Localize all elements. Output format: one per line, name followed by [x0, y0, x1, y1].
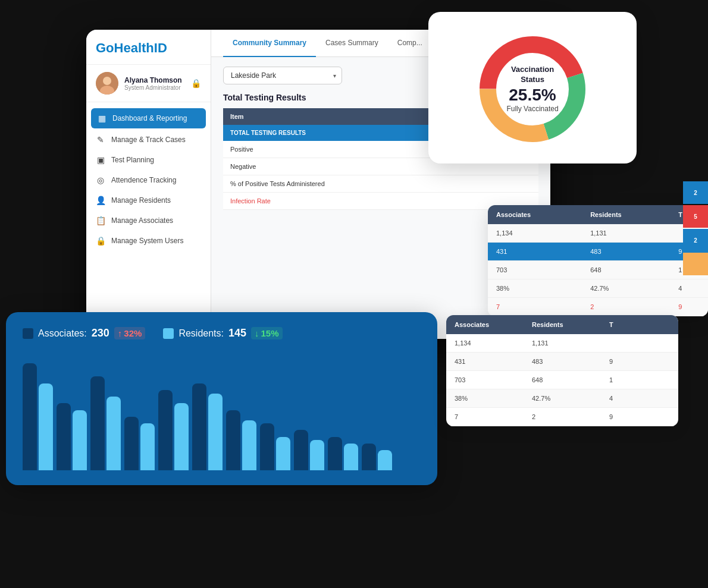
brt-row: 703 648 1: [446, 371, 678, 389]
bar-group: [260, 423, 290, 470]
strip-value-4: [683, 253, 708, 275]
brt-row: 38% 42.7% 4: [446, 389, 678, 408]
bar-group: [328, 437, 358, 470]
bar-dark: [124, 417, 139, 470]
sidebar-item-associates[interactable]: 📋 Manage Associates: [86, 210, 211, 231]
associates-icon: 📋: [96, 216, 105, 225]
right-table-panel: Associates Residents T 1,134 1,131 431 4…: [488, 205, 708, 316]
bar-light: [140, 423, 155, 470]
brt-row: 1,134 1,131: [446, 334, 678, 353]
strip-value-2: 5: [683, 205, 708, 228]
logo-suffix: HealthID: [114, 40, 167, 55]
bar-dark: [23, 363, 37, 470]
dashboard-icon: ▦: [97, 114, 106, 123]
rt-col-residents: Residents: [582, 205, 670, 224]
brt-col-total: T: [601, 315, 678, 334]
user-name: Alyana Thomson: [124, 76, 185, 84]
donut-center-text: Vaccination Status 25.5% Fully Vaccinate…: [503, 65, 562, 113]
associates-legend-label: Associates:: [38, 328, 87, 339]
bar-dark: [362, 444, 376, 470]
tab-cases-summary[interactable]: Cases Summary: [316, 30, 388, 57]
sidebar-item-system-users[interactable]: 🔒 Manage System Users: [86, 231, 211, 251]
bar-light: [73, 410, 87, 470]
residents-icon: 👤: [96, 196, 105, 205]
sidebar-item-label: Manage Residents: [111, 196, 171, 205]
table-row: % of Positive Tests Administered: [223, 175, 538, 193]
attendance-icon: ◎: [96, 175, 105, 185]
associates-count: 230: [92, 327, 109, 339]
bar-group: [23, 363, 53, 470]
right-table-body: 1,134 1,131 431 483 9 703 648 1 38% 42.7…: [488, 224, 708, 316]
bar-light: [208, 394, 223, 470]
brt-col-associates: Associates: [446, 315, 524, 334]
bar-group: [158, 390, 189, 470]
sidebar-item-cases[interactable]: ✎ Manage & Track Cases: [86, 130, 211, 150]
bar-group: [57, 403, 87, 470]
vaccination-title: Vaccination Status: [503, 65, 562, 85]
sidebar-nav: ▦ Dashboard & Reporting ✎ Manage & Track…: [86, 102, 211, 339]
bar-dark: [192, 383, 206, 470]
logo-prefix: Go: [96, 40, 114, 55]
table-row: 703 648 1: [488, 261, 708, 279]
user-role: System Administrator: [124, 84, 185, 91]
location-dropdown[interactable]: Lakeside Park: [223, 67, 342, 84]
associates-badge: ↑ 32%: [114, 327, 146, 339]
residents-count: 145: [228, 327, 246, 339]
sidebar-item-dashboard[interactable]: ▦ Dashboard & Reporting: [91, 108, 206, 128]
table-cell: % of Positive Tests Administered: [223, 175, 538, 193]
sidebar-item-label: Manage System Users: [111, 237, 183, 245]
sidebar-item-label: Attendence Tracking: [111, 176, 176, 184]
sidebar-item-label: Manage Associates: [111, 216, 173, 225]
bar-light: [310, 440, 324, 470]
table-row: 38% 42.7% 4: [488, 279, 708, 298]
bar-dark: [158, 390, 173, 470]
residents-legend: Residents: 145 ↓ 15%: [163, 327, 282, 339]
bar-light: [174, 403, 189, 470]
bar-light: [378, 450, 392, 470]
user-info: Alyana Thomson System Administrator: [124, 76, 185, 91]
residents-legend-label: Residents:: [178, 328, 224, 339]
brt-header: Associates Residents T: [446, 315, 678, 334]
bar-dark: [260, 423, 274, 470]
sidebar-item-test-planning[interactable]: ▣ Test Planning: [86, 150, 211, 170]
bar-light: [344, 444, 358, 470]
system-users-icon: 🔒: [96, 236, 105, 246]
bar-chart-legend: Associates: 230 ↑ 32% Residents: 145 ↓ 1…: [23, 327, 421, 339]
bar-group: [124, 417, 155, 470]
bar-light: [276, 437, 290, 470]
tab-community-summary[interactable]: Community Summary: [223, 30, 316, 57]
bar-dark: [226, 410, 240, 470]
residents-dot: [163, 328, 174, 339]
sidebar-logo: GoHealthID: [86, 30, 211, 65]
bar-dark: [90, 376, 105, 470]
bottom-right-table: Associates Residents T 1,134 1,131 431 4…: [446, 315, 678, 426]
bar-group: [294, 430, 324, 470]
bars-area: [23, 351, 421, 470]
right-edge-strip: 2 5 2: [683, 181, 708, 275]
associates-dot: [23, 328, 33, 339]
sidebar-item-attendance[interactable]: ◎ Attendence Tracking: [86, 170, 211, 190]
right-data-table: Associates Residents T 1,134 1,131 431 4…: [488, 205, 708, 316]
sidebar: GoHealthID Alyana Thomson System Adminis…: [86, 30, 211, 339]
lock-icon: 🔒: [191, 78, 201, 88]
logo-text: GoHealthID: [96, 40, 167, 55]
table-row: 7 2 9: [488, 298, 708, 316]
bar-dark: [294, 430, 308, 470]
location-dropdown-wrapper: Lakeside Park ▾: [223, 67, 342, 84]
table-row: 1,134 1,131: [488, 224, 708, 243]
sidebar-item-residents[interactable]: 👤 Manage Residents: [86, 190, 211, 210]
bar-group: [90, 376, 121, 470]
bar-dark: [328, 437, 342, 470]
brt-col-residents: Residents: [524, 315, 601, 334]
bar-light: [106, 397, 121, 470]
bar-group: [192, 383, 223, 470]
brt-row: 431 483 9: [446, 353, 678, 371]
test-icon: ▣: [96, 155, 105, 165]
sidebar-item-label: Dashboard & Reporting: [112, 114, 187, 122]
strip-value-1: 2: [683, 181, 708, 204]
brt-row: 7 2 9: [446, 408, 678, 426]
vaccination-subtitle: Fully Vaccinated: [503, 105, 562, 114]
tab-comp[interactable]: Comp...: [388, 30, 432, 57]
sidebar-item-label: Manage & Track Cases: [111, 136, 186, 144]
rt-col-associates: Associates: [488, 205, 582, 224]
